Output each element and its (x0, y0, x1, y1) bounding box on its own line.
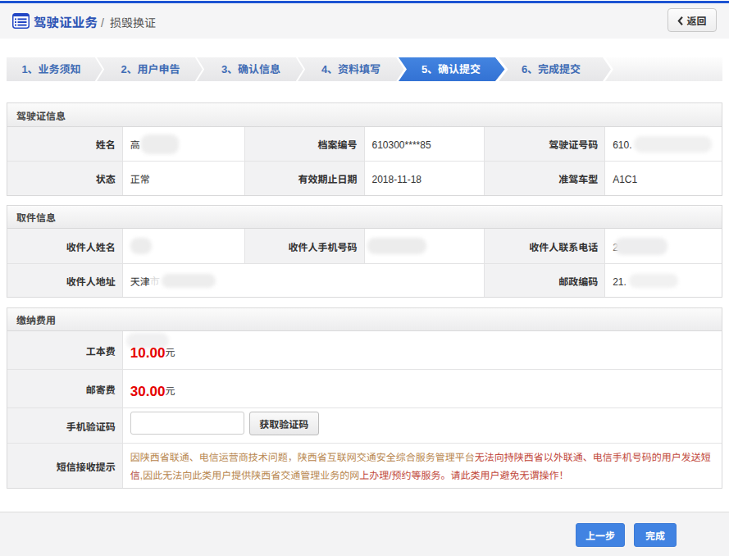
svg-text:5、确认提交: 5、确认提交 (421, 61, 481, 76)
svg-text:3、确认信息: 3、确认信息 (221, 61, 280, 76)
svg-text:2、用户申告: 2、用户申告 (121, 61, 180, 76)
svg-text:4、资料填写: 4、资料填写 (321, 61, 380, 76)
svg-text:1、业务须知: 1、业务须知 (21, 61, 80, 76)
svg-text:6、完成提交: 6、完成提交 (522, 61, 581, 76)
